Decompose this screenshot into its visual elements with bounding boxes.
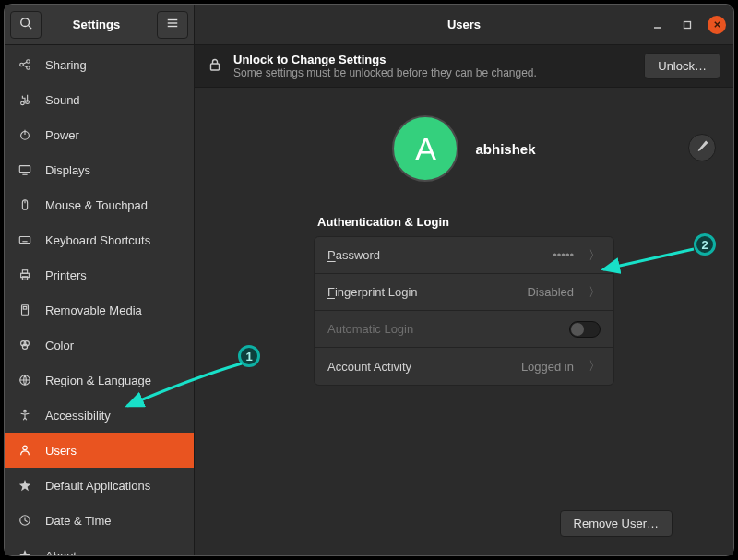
sidebar-item-label: Keyboard Shortcuts: [45, 233, 150, 247]
sidebar-item-date-time[interactable]: Date & Time: [5, 503, 194, 538]
row-account-activity[interactable]: Account Activity Logged in 〉: [315, 348, 613, 385]
svg-point-0: [21, 18, 30, 26]
row-password[interactable]: Password ••••• 〉: [315, 237, 613, 274]
users-icon: [18, 443, 32, 458]
sidebar-item-sound[interactable]: Sound: [5, 82, 194, 117]
maximize-button[interactable]: [678, 16, 696, 34]
hamburger-button[interactable]: [157, 11, 188, 39]
minimize-button[interactable]: [649, 16, 667, 34]
banner-subtitle: Some settings must be unlocked before th…: [233, 66, 633, 79]
apps-icon: [18, 478, 32, 493]
sidebar-item-label: Displays: [45, 163, 90, 177]
sidebar-item-label: Removable Media: [45, 304, 142, 317]
share-icon: [18, 57, 32, 72]
row-activity-value: Logged in: [521, 360, 574, 374]
sidebar-item-default-applications[interactable]: Default Applications: [5, 468, 194, 503]
settings-window: Settings Users SharingSoundPowerDisplays…: [5, 5, 733, 555]
accessibility-icon: [18, 408, 32, 423]
printer-icon: [18, 268, 32, 282]
svg-line-1: [29, 25, 32, 29]
row-password-value: •••••: [553, 248, 574, 262]
row-fingerprint[interactable]: Fingerprint Login Disabled 〉: [315, 274, 613, 311]
sidebar-item-region-language[interactable]: Region & Language: [5, 363, 194, 398]
sidebar-item-printers[interactable]: Printers: [5, 257, 194, 292]
sidebar-item-label: Mouse & Touchpad: [45, 198, 148, 212]
pencil-icon: [696, 140, 708, 155]
sidebar-item-displays[interactable]: Displays: [5, 152, 194, 187]
sidebar-item-color[interactable]: Color: [5, 328, 194, 363]
auto-login-toggle: [569, 321, 601, 338]
search-icon: [19, 17, 32, 33]
sidebar-item-users[interactable]: Users: [5, 433, 194, 468]
row-fingerprint-label: Fingerprint Login: [327, 285, 518, 299]
sidebar-item-about[interactable]: About: [5, 538, 194, 555]
lock-icon: [208, 57, 222, 75]
sidebar-item-label: About: [45, 549, 77, 556]
sidebar-item-label: Color: [45, 339, 74, 352]
window-controls: [649, 16, 726, 34]
unlock-banner: Unlock to Change Settings Some settings …: [195, 45, 733, 88]
sidebar-item-label: Printers: [45, 268, 87, 282]
sidebar-item-mouse-touchpad[interactable]: Mouse & Touchpad: [5, 187, 194, 222]
row-password-label: Password: [327, 248, 543, 262]
row-activity-label: Account Activity: [327, 360, 512, 374]
svg-rect-39: [211, 64, 220, 70]
sidebar-item-removable-media[interactable]: Removable Media: [5, 292, 194, 328]
mouse-icon: [18, 197, 32, 212]
sidebar-item-label: Power: [45, 128, 79, 142]
main-area: A abhishek Authentication & Login Passwo…: [195, 88, 733, 555]
svg-line-12: [23, 62, 27, 64]
media-icon: [18, 303, 32, 317]
sidebar-item-label: Default Applications: [45, 479, 150, 493]
row-auto-login-label: Automatic Login: [327, 322, 560, 336]
sidebar-item-accessibility[interactable]: Accessibility: [5, 398, 194, 433]
username-label: abhishek: [475, 141, 535, 157]
sidebar-item-keyboard-shortcuts[interactable]: Keyboard Shortcuts: [5, 222, 194, 257]
svg-line-13: [23, 66, 27, 67]
region-icon: [18, 373, 32, 387]
chevron-right-icon: 〉: [589, 247, 601, 264]
titlebar-left: Settings: [5, 5, 195, 44]
svg-rect-6: [684, 21, 691, 28]
sidebar-item-label: Region & Language: [45, 374, 151, 387]
unlock-button[interactable]: Unlock…: [644, 53, 720, 79]
svg-point-10: [27, 60, 30, 64]
sidebar-item-label: Sound: [45, 93, 80, 107]
svg-point-9: [20, 63, 24, 66]
keyboard-icon: [18, 232, 32, 247]
auth-section-title: Authentication & Login: [317, 215, 611, 229]
sidebar-item-label: Sharing: [45, 58, 87, 72]
sidebar-item-label: Users: [45, 444, 77, 458]
sidebar-item-label: Accessibility: [45, 409, 111, 423]
power-icon: [18, 127, 32, 142]
displays-icon: [18, 162, 32, 177]
about-icon: [18, 548, 32, 555]
page-title: Users: [447, 18, 481, 31]
avatar[interactable]: A: [392, 115, 458, 182]
svg-point-36: [24, 410, 27, 412]
sidebar-item-sharing[interactable]: Sharing: [5, 47, 194, 82]
content-footer: Remove User…: [560, 510, 673, 537]
svg-rect-31: [23, 307, 27, 310]
banner-text: Unlock to Change Settings Some settings …: [233, 53, 633, 79]
close-button[interactable]: [708, 16, 726, 34]
svg-rect-28: [22, 270, 27, 274]
app-title: Settings: [42, 18, 151, 31]
row-fingerprint-value: Disabled: [527, 285, 574, 299]
auth-login-list: Password ••••• 〉 Fingerprint Login Disab…: [314, 236, 614, 386]
sidebar-item-label: Date & Time: [45, 514, 112, 528]
svg-point-37: [23, 446, 27, 449]
sound-icon: [18, 92, 32, 107]
profile-header: A abhishek: [312, 115, 616, 182]
svg-rect-18: [19, 166, 30, 173]
titlebar-right: Users: [195, 5, 733, 44]
svg-rect-22: [19, 237, 30, 244]
search-button[interactable]: [10, 11, 42, 39]
sidebar-item-power[interactable]: Power: [5, 117, 194, 152]
sidebar[interactable]: SharingSoundPowerDisplaysMouse & Touchpa…: [5, 45, 195, 555]
hamburger-icon: [166, 17, 179, 33]
edit-profile-button[interactable]: [688, 134, 716, 161]
remove-user-button[interactable]: Remove User…: [560, 510, 673, 537]
window-body: SharingSoundPowerDisplaysMouse & Touchpa…: [5, 45, 733, 555]
svg-point-11: [27, 66, 30, 70]
